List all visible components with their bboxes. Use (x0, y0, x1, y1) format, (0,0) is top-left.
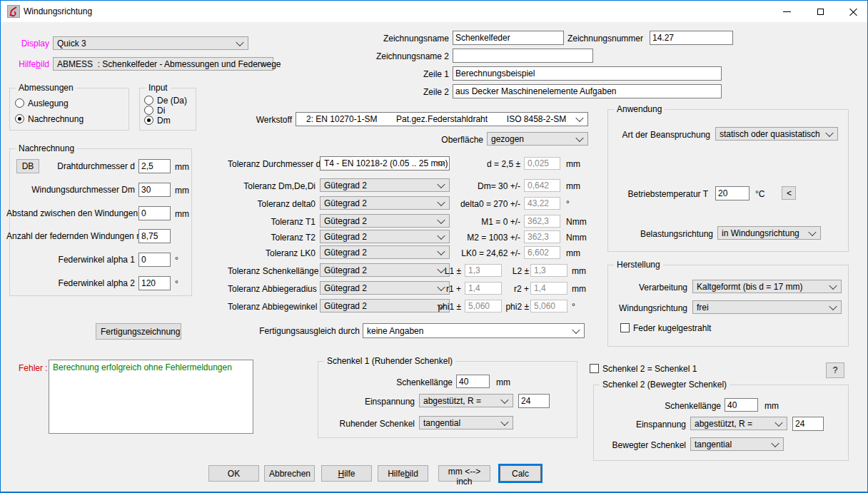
input-group-title: Input (146, 83, 171, 93)
display-select[interactable]: Quick 3 (53, 36, 248, 50)
abstand-windungen-input[interactable] (138, 206, 171, 220)
abmessungen-group-title: Abmessungen (16, 83, 76, 93)
schenkel2-equal-checkbox[interactable] (590, 364, 599, 373)
radio-de-da[interactable] (144, 96, 153, 105)
mm-inch-button[interactable]: mm <--> inch (438, 465, 490, 482)
maximize-icon (817, 9, 824, 15)
fehler-message: Berechnung erfolgreich ohne Fehlermeldun… (53, 362, 232, 372)
werkstoff-label: Werkstoff (236, 115, 292, 125)
windungsrichtung-select[interactable]: frei (692, 300, 842, 314)
toleranz-t2-result-label: M2 = 1003 +/- (429, 233, 520, 243)
oberflaeche-select-value: gezogen (491, 134, 524, 144)
zeichnungsname-input[interactable] (453, 31, 564, 45)
calc-button[interactable]: Calc (500, 465, 541, 482)
anzahl-windungen-input[interactable] (138, 229, 171, 243)
toleranz-d-result-label: d = 2,5 ± (429, 159, 520, 169)
hilfebild-button[interactable]: Hilfebild (378, 465, 428, 482)
hilfe-button[interactable]: Hilfe (321, 465, 372, 482)
zeichnungsnummer-input[interactable] (650, 31, 733, 45)
toleranz-t1-result-value: 362,3 (524, 215, 560, 228)
windungsdurchmesser-input[interactable] (138, 183, 171, 197)
windungsrichtung-label: Windungsrichtung (607, 303, 687, 313)
schenkel2-laenge-input[interactable] (725, 398, 758, 412)
toleranz-dm-result-label: Dm= 30 +/- (429, 181, 520, 191)
schenkel2-einspannung-value: abgestützt, R = (695, 419, 752, 429)
schenkel2-typ-label: Bewegter Schenkel (593, 440, 686, 450)
dialog-window: Windungsrichtung Display Quick 3 Hilfebi… (0, 0, 868, 493)
schenkel2-help-button[interactable]: ? (826, 362, 844, 378)
radio-nachrechnung[interactable] (15, 114, 24, 123)
kugelgestrahlt-checkbox[interactable] (620, 323, 630, 332)
schenkel2-einspannung-label: Einspannung (600, 420, 686, 430)
toleranz-t1-result-label: M1 = 0 +/- (429, 217, 520, 227)
radio-auslegung-label: Auslegung (28, 98, 69, 108)
toleranz-schenkellaenge-label: Toleranz Schenkellänge (228, 266, 316, 276)
federwinkel2-input[interactable] (138, 276, 171, 290)
toleranz-t1-label: Toleranz T1 (228, 217, 316, 227)
ok-button[interactable]: OK (208, 465, 259, 482)
fertigungsausgleich-select[interactable]: keine Angaben (363, 323, 585, 338)
fertigungsausgleich-select-value: keine Angaben (367, 326, 423, 336)
radio-di[interactable] (144, 106, 153, 115)
radio-dm[interactable] (144, 116, 153, 125)
toleranz-phi1-label: phi1 ± (419, 302, 461, 312)
schenkel2-r-input[interactable] (792, 417, 824, 431)
toleranz-phi2-label: phi2 ± (492, 302, 529, 312)
anwendung-group-title: Anwendung (614, 104, 665, 114)
fehler-box[interactable]: Berechnung erfolgreich ohne Fehlermeldun… (49, 360, 253, 434)
schenkel2-typ-value: tangential (695, 439, 732, 449)
toleranz-lk0-unit: mm (566, 248, 580, 258)
oberflaeche-label: Oberfläche (428, 135, 483, 145)
betriebstemperatur-label: Betriebstemperatur T (607, 189, 708, 199)
schenkel2-einspannung-select[interactable]: abgestützt, R = (690, 417, 787, 430)
chevron-down-icon (774, 418, 782, 426)
schenkel1-typ-select[interactable]: tangential (419, 416, 513, 430)
schenkel1-laenge-input[interactable] (456, 375, 490, 388)
hilfebild-select[interactable]: ABMESS : Schenkelfeder - Abmessungen und… (53, 57, 273, 71)
minimize-button[interactable] (772, 1, 801, 22)
chevron-down-icon (825, 128, 833, 136)
zeile1-input[interactable] (453, 66, 722, 81)
drahtdurchmesser-unit: mm (175, 162, 189, 172)
toleranz-delta0-label: Toleranz delta0 (228, 199, 316, 209)
beanspruchung-select[interactable]: statisch oder quasistatisch (715, 127, 838, 141)
schenkel2-group-title: Schenkel 2 (Bewegter Schenkel) (600, 380, 730, 390)
betriebstemperatur-input[interactable] (715, 186, 750, 200)
nachrechnung-group-title: Nachrechnung (16, 143, 77, 153)
zeichnungsname2-input[interactable] (453, 49, 593, 63)
abbrechen-button[interactable]: Abbrechen (264, 465, 315, 482)
schenkel1-einspannung-select[interactable]: abgestützt, R = (419, 394, 513, 407)
maximize-button[interactable] (806, 1, 834, 22)
belastungsrichtung-select[interactable]: in Windungsrichtung (717, 226, 821, 240)
toleranz-lk0-result-label: LK0 = 24,62 +/- (429, 248, 520, 258)
temperatur-back-button[interactable]: < (782, 186, 796, 200)
oberflaeche-select[interactable]: gezogen (487, 132, 588, 146)
fertigungszeichnung-button[interactable]: Fertigungszeichnung (96, 323, 181, 340)
beanspruchung-label: Art der Beanspruchung (607, 130, 710, 140)
hilfebild-select-value: ABMESS : Schenkelfeder - Abmessungen und… (57, 59, 281, 69)
display-select-value: Quick 3 (57, 39, 86, 49)
werkstoff-select[interactable]: 2: EN 10270-1-SM Pat.gez.Federstahldraht… (296, 112, 588, 126)
zeile1-label: Zeile 1 (349, 69, 449, 79)
toleranz-abbiegewinkel-unit: ° (572, 302, 575, 312)
toleranz-l2-value: 1,3 (530, 264, 567, 277)
windungsdurchmesser-label: Windungsdurchmesser Dm (6, 185, 135, 195)
fehler-label: Fehler : (19, 363, 48, 373)
verarbeitung-select[interactable]: Kaltgeformt (bis d = 17 mm) (692, 280, 842, 293)
toleranz-r2-label: r2 + (492, 284, 529, 294)
schenkel1-r-input[interactable] (518, 394, 550, 408)
schenkel1-einspannung-label: Einspannung (329, 397, 415, 407)
schenkel2-equal-label: Schenkel 2 = Schenkel 1 (602, 364, 697, 374)
drahtdurchmesser-input[interactable] (138, 159, 171, 173)
schenkel2-typ-select[interactable]: tangential (690, 437, 784, 451)
toleranz-abbiegeradius-label: Toleranz Abbiegeradius (228, 284, 316, 294)
toleranz-delta0-result-label: delta0 = 270 +/- (429, 199, 520, 209)
anzahl-windungen-label: Anzahl der federnden Windungen n (6, 231, 135, 241)
radio-auslegung[interactable] (15, 98, 24, 108)
close-button[interactable] (839, 1, 867, 22)
toleranz-lk0-result-value: 6,602 (524, 246, 560, 259)
federwinkel1-input[interactable] (138, 253, 171, 267)
minimize-icon (783, 11, 791, 12)
zeile2-input[interactable] (453, 84, 722, 98)
drahtdurchmesser-label: Drahtdurchmesser d (6, 161, 135, 171)
